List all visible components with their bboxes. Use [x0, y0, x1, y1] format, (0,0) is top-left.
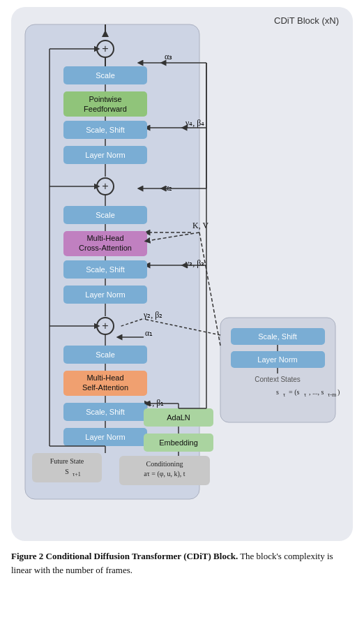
svg-text:Self-Attention: Self-Attention	[82, 383, 128, 392]
svg-text:Feedforward: Feedforward	[84, 105, 127, 113]
svg-text:): )	[338, 388, 340, 397]
svg-text:γ₄, β₄: γ₄, β₄	[185, 118, 204, 128]
svg-text:Layer Norm: Layer Norm	[257, 355, 297, 364]
svg-text:τ+1: τ+1	[73, 471, 81, 477]
svg-text:= (s: = (s	[289, 388, 299, 397]
svg-text:aτ = (φ, u, k), t: aτ = (φ, u, k), t	[144, 470, 185, 478]
svg-text:γ₃, β₃: γ₃, β₃	[185, 258, 204, 268]
svg-text:+: +	[102, 180, 108, 192]
svg-text:Conditioning: Conditioning	[146, 460, 183, 468]
svg-text:Context States: Context States	[255, 376, 301, 383]
diagram-container: CDiT Block (xN) + α₃ Scale	[11, 7, 353, 541]
svg-text:γ₂, β₂: γ₂, β₂	[143, 310, 162, 320]
svg-text:Future State: Future State	[50, 457, 84, 465]
svg-text:α₃: α₃	[165, 52, 172, 61]
svg-text:α₂: α₂	[165, 183, 172, 193]
svg-text:Scale, Shift: Scale, Shift	[86, 126, 125, 134]
svg-text:Pointwise: Pointwise	[89, 95, 121, 103]
svg-text:Multi-Head: Multi-Head	[86, 373, 123, 382]
diagram-wrapper: + α₃ Scale Pointwise Feedforward γ₄, β₄	[11, 17, 353, 527]
svg-text:+: +	[102, 320, 108, 332]
svg-text:Multi-Head: Multi-Head	[86, 234, 123, 242]
svg-text:γ₁, β₁: γ₁, β₁	[144, 398, 164, 408]
svg-text:Scale: Scale	[96, 211, 115, 219]
svg-text:Scale, Shift: Scale, Shift	[86, 265, 125, 274]
caption: Figure 2 Conditional Diffusion Transform…	[11, 549, 353, 577]
svg-text:Layer Norm: Layer Norm	[85, 433, 125, 441]
svg-text:Scale: Scale	[96, 350, 115, 359]
svg-text:τ-m: τ-m	[328, 392, 337, 398]
svg-text:, ..., s: , ..., s	[309, 388, 324, 396]
svg-text:Scale, Shift: Scale, Shift	[86, 408, 125, 416]
svg-text:Embedding: Embedding	[159, 438, 198, 447]
svg-text:Layer Norm: Layer Norm	[85, 290, 125, 299]
svg-text:+: +	[102, 43, 108, 54]
svg-text:Layer Norm: Layer Norm	[85, 151, 125, 159]
svg-text:s: s	[276, 388, 279, 396]
svg-text:α₁: α₁	[145, 328, 153, 338]
diagram-svg: + α₃ Scale Pointwise Feedforward γ₄, β₄	[11, 17, 353, 527]
svg-text:Scale: Scale	[96, 71, 115, 80]
svg-text:Cross-Attention: Cross-Attention	[79, 244, 132, 252]
caption-title: Conditional Diffusion Transformer (CDiT)…	[46, 551, 238, 561]
figure-number: Figure 2	[11, 551, 43, 561]
svg-text:AdaLN: AdaLN	[167, 413, 190, 422]
svg-text:Scale, Shift: Scale, Shift	[258, 332, 297, 341]
svg-text:S: S	[65, 468, 69, 475]
svg-line-110	[199, 232, 220, 346]
